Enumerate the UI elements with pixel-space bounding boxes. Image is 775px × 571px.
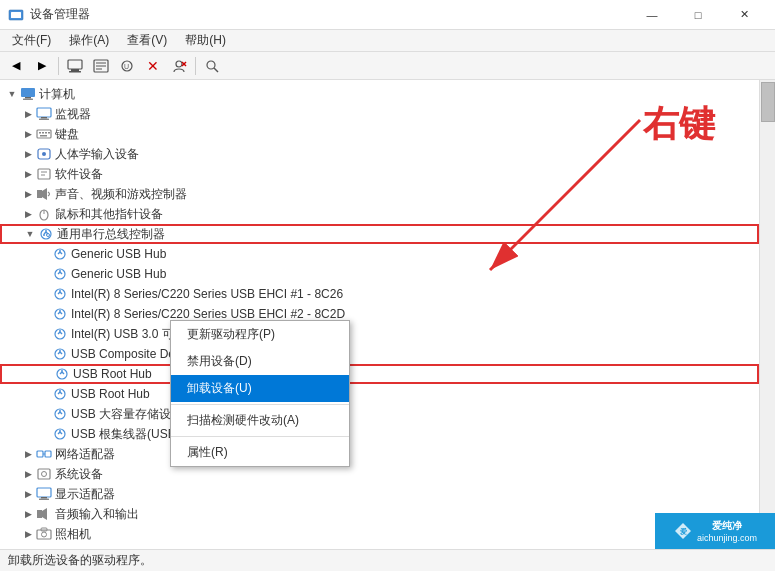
scrollbar-thumb[interactable] bbox=[761, 82, 775, 122]
svg-rect-24 bbox=[42, 132, 44, 134]
context-update-driver[interactable]: 更新驱动程序(P) bbox=[171, 321, 349, 348]
svg-rect-25 bbox=[45, 132, 47, 134]
tree-item-composite[interactable]: ▶ USB Composite Device bbox=[0, 344, 759, 364]
expand-net[interactable]: ▶ bbox=[20, 446, 36, 462]
expand-mouse[interactable]: ▶ bbox=[20, 206, 36, 222]
svg-rect-89 bbox=[39, 499, 49, 501]
svg-line-45 bbox=[60, 252, 62, 254]
svg-point-86 bbox=[42, 472, 47, 477]
tree-item-audio[interactable]: ▶ 声音、视频和游戏控制器 bbox=[0, 184, 759, 204]
svg-text:爱: 爱 bbox=[680, 527, 687, 535]
expand-disp[interactable]: ▶ bbox=[20, 486, 36, 502]
expand-usb[interactable]: ▼ bbox=[22, 226, 38, 242]
tree-item-intel-ehci2[interactable]: ▶ Intel(R) 8 Series/C220 Series USB EHCI… bbox=[0, 304, 759, 324]
svg-line-68 bbox=[60, 372, 62, 374]
context-properties[interactable]: 属性(R) bbox=[171, 439, 349, 466]
svg-line-64 bbox=[58, 352, 60, 354]
svg-rect-3 bbox=[71, 69, 79, 71]
tree-item-usb-root2[interactable]: ▶ USB Root Hub bbox=[0, 384, 759, 404]
usb-ctrl-icon bbox=[38, 226, 54, 242]
tree-item-generic-hub1[interactable]: ▶ Generic USB Hub bbox=[0, 244, 759, 264]
tree-item-generic-hub2[interactable]: ▶ Generic USB Hub bbox=[0, 264, 759, 284]
svg-line-56 bbox=[58, 312, 60, 314]
svg-point-14 bbox=[207, 61, 215, 69]
context-scan[interactable]: 扫描检测硬件改动(A) bbox=[171, 407, 349, 434]
svg-rect-20 bbox=[41, 117, 47, 119]
svg-line-57 bbox=[60, 312, 62, 314]
expand-hid[interactable]: ▶ bbox=[20, 146, 36, 162]
usb-icon-cd bbox=[52, 346, 68, 362]
expand-sys[interactable]: ▶ bbox=[20, 466, 36, 482]
svg-rect-88 bbox=[41, 497, 47, 499]
tree-item-intel-ehci1[interactable]: ▶ Intel(R) 8 Series/C220 Series USB EHCI… bbox=[0, 284, 759, 304]
svg-line-69 bbox=[62, 372, 64, 374]
svg-rect-2 bbox=[68, 60, 82, 69]
tree-item-intel-xhci[interactable]: ▶ Intel(R) USB 3.0 可扩展主机控制器 - 1.0 (Micro… bbox=[0, 324, 759, 344]
svg-point-40 bbox=[43, 234, 45, 236]
tree-label-ie1: Intel(R) 8 Series/C220 Series USB EHCI #… bbox=[71, 287, 343, 301]
svg-line-15 bbox=[214, 68, 218, 72]
monitor-icon bbox=[36, 106, 52, 122]
update-driver-button[interactable]: U bbox=[115, 55, 139, 77]
expand-cam[interactable]: ▶ bbox=[20, 526, 36, 542]
tree-item-software[interactable]: ▶ 软件设备 bbox=[0, 164, 759, 184]
tree-item-usb-bus[interactable]: ▶ USB 根集线器(USB 3.0) bbox=[0, 424, 759, 444]
svg-text:U: U bbox=[124, 63, 129, 70]
tree-item-usb-root1[interactable]: ▶ USB Root Hub bbox=[0, 364, 759, 384]
properties-button[interactable] bbox=[89, 55, 113, 77]
tree-item-mouse[interactable]: ▶ 鼠标和其他指针设备 bbox=[0, 204, 759, 224]
svg-point-41 bbox=[47, 234, 50, 237]
usb-icon-ie2 bbox=[52, 306, 68, 322]
tree-label-computer: 计算机 bbox=[39, 86, 75, 103]
tree-item-audioinput[interactable]: ▶ 音频输入和输出 bbox=[0, 504, 759, 524]
tree-item-network[interactable]: ▶ 网络适配器 bbox=[0, 444, 759, 464]
maximize-button[interactable]: □ bbox=[675, 0, 721, 30]
expand-keyboard[interactable]: ▶ bbox=[20, 126, 36, 142]
svg-rect-27 bbox=[40, 135, 47, 137]
tree-item-display[interactable]: ▶ 显示适配器 bbox=[0, 484, 759, 504]
expand-audio[interactable]: ▶ bbox=[20, 186, 36, 202]
tree-item-camera[interactable]: ▶ 照相机 bbox=[0, 524, 759, 544]
tree-item-usb-ctrl[interactable]: ▼ 通用串行总线控制器 bbox=[0, 224, 759, 244]
forward-button[interactable]: ▶ bbox=[30, 55, 54, 77]
svg-point-29 bbox=[42, 152, 46, 156]
mouse-icon bbox=[36, 206, 52, 222]
usb-icon-ur1 bbox=[54, 366, 70, 382]
menu-view[interactable]: 查看(V) bbox=[119, 30, 175, 51]
tree-item-system[interactable]: ▶ 系统设备 bbox=[0, 464, 759, 484]
expand-icon[interactable]: ▼ bbox=[4, 86, 20, 102]
expand-software[interactable]: ▶ bbox=[20, 166, 36, 182]
tree-panel[interactable]: ▼ 计算机 ▶ 监视器 ▶ bbox=[0, 80, 759, 549]
scan-button[interactable] bbox=[200, 55, 224, 77]
tree-label-gh1: Generic USB Hub bbox=[71, 247, 166, 261]
usb-icon-ur2 bbox=[52, 386, 68, 402]
tree-item-usb-mass[interactable]: ▶ USB 大容量存储设备 bbox=[0, 404, 759, 424]
menu-help[interactable]: 帮助(H) bbox=[177, 30, 234, 51]
close-button[interactable]: ✕ bbox=[721, 0, 767, 30]
svg-line-76 bbox=[58, 412, 60, 414]
computer-icon bbox=[20, 86, 36, 102]
minimize-button[interactable]: — bbox=[629, 0, 675, 30]
context-uninstall[interactable]: 卸载设备(U) bbox=[171, 375, 349, 402]
svg-line-48 bbox=[58, 272, 60, 274]
scrollbar[interactable] bbox=[759, 80, 775, 549]
disable-button[interactable]: ✕ bbox=[141, 55, 165, 77]
menu-action[interactable]: 操作(A) bbox=[61, 30, 117, 51]
usb-icon-ub bbox=[52, 426, 68, 442]
svg-rect-85 bbox=[38, 469, 50, 479]
expand-ai[interactable]: ▶ bbox=[20, 506, 36, 522]
menu-file[interactable]: 文件(F) bbox=[4, 30, 59, 51]
uninstall-button[interactable] bbox=[167, 55, 191, 77]
back-button[interactable]: ◀ bbox=[4, 55, 28, 77]
tree-label-monitor: 监视器 bbox=[55, 106, 91, 123]
svg-rect-4 bbox=[69, 71, 81, 73]
audio-icon bbox=[36, 186, 52, 202]
usb-icon-ie1 bbox=[52, 286, 68, 302]
expand-monitor[interactable]: ▶ bbox=[20, 106, 36, 122]
context-disable[interactable]: 禁用设备(D) bbox=[171, 348, 349, 375]
computer-button[interactable] bbox=[63, 55, 87, 77]
tree-label-camera: 照相机 bbox=[55, 526, 91, 543]
tree-label-usb-ctrl: 通用串行总线控制器 bbox=[57, 226, 165, 243]
watermark-line1: 爱纯净 bbox=[697, 519, 757, 533]
tree-label-system: 系统设备 bbox=[55, 466, 103, 483]
